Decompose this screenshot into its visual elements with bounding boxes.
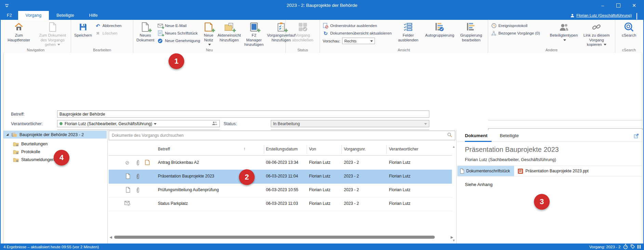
tree-folder-beurteilungen[interactable]: Beurteilungen xyxy=(3,140,107,148)
plus-icon xyxy=(162,33,164,37)
csearch-button[interactable]: cSearch xyxy=(620,21,638,38)
bezogene-vorgaenge-button[interactable]: Bezogene Vorgänge (0) xyxy=(491,30,547,36)
betreff-input[interactable] xyxy=(57,110,429,118)
search-input[interactable] xyxy=(109,133,447,138)
neues-schriftstueck-button[interactable]: Neues Schriftstück xyxy=(157,30,200,36)
column-divider[interactable] xyxy=(341,145,342,154)
preview-body-text: Siehe Anhang xyxy=(465,182,493,187)
neue-notiz-button[interactable]: Neue Notiz xyxy=(201,21,216,47)
document-row[interactable]: Prüfungsmitteilung Außenprüfung 06-03-20… xyxy=(109,183,452,197)
preview-document-author: Florian Lutz (Sachbearbeiter, Geschäftsf… xyxy=(465,157,556,162)
note-icon xyxy=(203,21,214,33)
document-row[interactable]: ⊘ Antrag Brückenbau A2 08-06-2023 13:34 … xyxy=(109,156,452,170)
dropdown-caret-icon xyxy=(424,123,427,126)
document-row[interactable]: Status Parkplatz 06-03-2023 11:03 Floria… xyxy=(109,197,452,211)
csearch-icon xyxy=(623,21,634,33)
person-icon xyxy=(570,13,575,18)
tab-f2[interactable]: F2 xyxy=(1,11,18,20)
scroll-up-arrow[interactable]: ▲ xyxy=(452,145,455,148)
event-log-icon xyxy=(491,23,497,29)
autogruppierung-button[interactable]: Autogruppierung xyxy=(424,21,456,38)
beteiligtentypen-button[interactable]: Beteiligtentypen xyxy=(548,21,580,42)
horizontal-scrollbar[interactable]: ◀ ▶ xyxy=(109,235,454,239)
folder-icon xyxy=(13,158,19,162)
no-access-icon: ⊘ xyxy=(125,160,130,165)
dokumentenuebersicht-aktualisieren-button[interactable]: ↻ Dokumentenübersicht aktualisieren xyxy=(323,30,392,36)
tab-vorgang[interactable]: Vorgang xyxy=(18,11,49,20)
tab-hilfe[interactable]: Hilfe xyxy=(82,11,105,20)
verantwortlicher-field[interactable]: Florian Lutz (Sachbearbeiter, Geschäftsf… xyxy=(57,120,220,127)
dokumentenschriftstueck-chip[interactable]: Dokumentenschriftstück xyxy=(457,166,514,176)
column-header-vorgangsnr[interactable]: Vorgangsnr. xyxy=(344,147,366,152)
tag-icon[interactable] xyxy=(630,244,635,250)
ribbon: Zum Hauptfenster Zum Dokument des Vorgan… xyxy=(1,20,643,53)
column-header-betreff[interactable]: Betreff xyxy=(158,147,170,152)
stopwatch-icon[interactable] xyxy=(623,244,628,250)
column-header-erstellungsdatum[interactable]: Erstellungsdatum xyxy=(266,147,298,152)
column-divider[interactable] xyxy=(307,145,307,154)
vorschau-dropdown[interactable]: Rechts xyxy=(342,38,375,44)
tab-dokument[interactable]: Dokument xyxy=(465,133,487,138)
ereignisprotokoll-button[interactable]: Ereignisprotokoll xyxy=(491,23,547,29)
sort-ascending-icon[interactable]: ↑ xyxy=(243,146,246,151)
link-kopieren-button[interactable]: Link zu diesem Vorgang kopieren xyxy=(579,21,614,47)
column-header-verantwortlicher[interactable]: Verantwortlicher xyxy=(389,147,418,152)
window-edge xyxy=(3,53,3,244)
status-dropdown[interactable]: In Bearbeitung xyxy=(271,120,429,127)
window-title: 2023 - 2: Bauprojekte der Behörde xyxy=(1,0,643,11)
scrollbar-thumb[interactable] xyxy=(114,236,435,239)
tab-beteiligte-preview[interactable]: Beteiligte xyxy=(500,133,519,138)
note-icon xyxy=(145,160,150,166)
maximize-button[interactable] xyxy=(611,0,626,11)
tree-expander-icon[interactable] xyxy=(6,133,9,136)
dropdown-caret-icon xyxy=(370,40,373,43)
akteneinsicht-button[interactable]: Akteneinsicht hinzufügen xyxy=(216,21,242,42)
neue-email-button[interactable]: Neue E-Mail xyxy=(157,23,200,29)
search-icon[interactable] xyxy=(447,132,452,139)
close-button[interactable]: ✕ xyxy=(626,0,642,11)
delete-icon: ✖ xyxy=(95,30,101,36)
record-icon xyxy=(157,30,163,36)
ordnerstruktur-ausblenden-button[interactable]: Ordnerstruktur ausblenden xyxy=(323,23,392,29)
gruppierung-bearbeiten-button[interactable]: Gruppierung bearbeiten xyxy=(456,21,486,42)
vorgang-abschliessen-button[interactable]: Vorgang abschließen xyxy=(287,21,318,42)
tree-root-case[interactable]: Bauprojekte der Behörde 2023 - 2 xyxy=(3,131,107,139)
people-picker-icon[interactable] xyxy=(212,121,217,127)
felder-ausblenden-button[interactable]: Felder ausblenden xyxy=(393,21,424,42)
collapse-ribbon-icon[interactable] xyxy=(636,14,640,17)
column-header-von[interactable]: Von xyxy=(309,147,316,152)
document-row-selected[interactable]: Präsentation Bauprojekte 2023 06-03-2023… xyxy=(109,170,452,184)
tab-beteiligte[interactable]: Beteiligte xyxy=(49,11,81,20)
f2-manager-button[interactable]: F2 Manager hinzufügen xyxy=(243,21,265,47)
attachment-bar: Dokumentenschriftstück Präsentation Baup… xyxy=(457,166,642,176)
participants-icon xyxy=(559,21,569,33)
attachment-ppt[interactable]: Präsentation Bauprojekte 2023.ppt xyxy=(514,166,592,176)
scroll-left-arrow[interactable]: ◀ xyxy=(109,235,113,239)
neues-dokument-button[interactable]: Neues Dokument xyxy=(135,21,156,42)
plus-icon xyxy=(232,28,236,34)
pause-icon[interactable] xyxy=(638,245,641,249)
user-account-link[interactable]: Florian Lutz (Geschäftsführung) xyxy=(570,11,632,20)
speichern-button[interactable]: Speichern xyxy=(72,21,94,38)
abbrechen-button[interactable]: ↶ Abbrechen xyxy=(95,23,122,29)
annotation-badge-2: 2 xyxy=(239,169,255,185)
scroll-right-arrow[interactable]: ▶ xyxy=(450,235,454,239)
minimize-button[interactable]: – xyxy=(595,0,611,11)
zum-dokument-button[interactable]: Zum Dokument des Vorgangs gehen xyxy=(36,21,70,47)
loeschen-button[interactable]: ✖ Löschen xyxy=(95,30,122,36)
folder-icon xyxy=(13,142,19,146)
zum-hauptfenster-button[interactable]: Zum Hauptfenster xyxy=(2,21,36,42)
annotation-badge-3: 3 xyxy=(534,194,550,210)
annotation-badge-1: 1 xyxy=(169,53,184,69)
neue-genehmigung-button[interactable]: Neue Genehmigung xyxy=(157,38,200,44)
open-window-icon[interactable] xyxy=(634,133,639,140)
pane-divider[interactable] xyxy=(456,130,457,244)
column-divider[interactable] xyxy=(264,145,264,154)
pane-divider[interactable] xyxy=(107,130,108,244)
document-search-box[interactable] xyxy=(109,131,455,140)
column-divider[interactable] xyxy=(386,145,387,154)
ribbon-group-status: Vorgang abschließen Status xyxy=(286,20,320,53)
preview-document-title: Präsentation Bauprojekte 2023 xyxy=(465,146,559,154)
edit-grouping-icon xyxy=(466,21,477,33)
dropdown-caret-icon xyxy=(563,39,566,42)
